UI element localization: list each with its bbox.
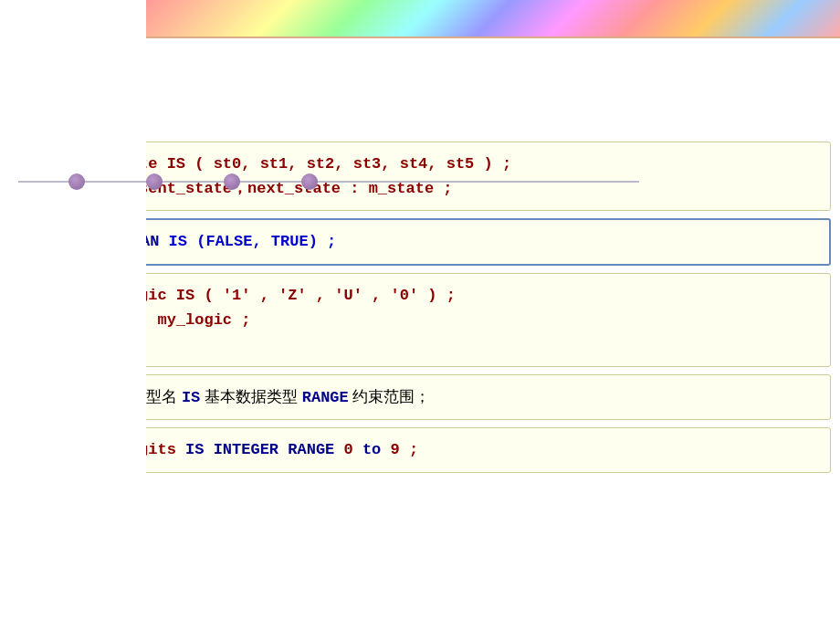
keyword-is-1: IS <box>167 155 185 173</box>
code-text: 9 ; <box>391 441 419 458</box>
keyword-integer-5: INTEGER <box>214 441 289 458</box>
code-block-2: TYPE BOOLEAN IS (FALSE, TRUE) ; <box>32 218 831 265</box>
code-text: ( '1' , 'Z' , 'U' , '0' ) ; <box>194 287 456 304</box>
code-text: 基本数据类型 <box>200 388 301 405</box>
left-sidebar <box>0 0 146 630</box>
code-line-3-3: s1 <= 'Z' ; <box>46 332 817 357</box>
nav-line <box>18 181 639 183</box>
code-block-4: SUBTYPE 子类型名 IS 基本数据类型 RANGE 约束范围； <box>32 374 831 420</box>
top-banner <box>146 0 840 38</box>
keyword-to-5: to <box>362 441 391 458</box>
code-text: IS (FALSE, TRUE) ; <box>159 233 336 250</box>
code-block-5: SUBTYPE digits IS INTEGER RANGE 0 to 9 ; <box>32 427 831 472</box>
code-section: TYPE m_state IS ( st0, st1, st2, st3, st… <box>32 142 831 473</box>
keyword-is-4: IS <box>182 389 200 406</box>
keyword-is-5: IS <box>185 441 214 458</box>
nav-dot-3 <box>224 173 240 190</box>
nav-dot-4 <box>301 173 318 190</box>
code-line-1-1: TYPE m_state IS ( st0, st1, st2, st3, st… <box>46 152 817 176</box>
code-text: 0 <box>344 441 362 458</box>
code-line-3-2: SIGNAL s1 : my_logic ; <box>46 308 817 332</box>
keyword-range-5: RANGE <box>288 441 343 458</box>
code-line-5-1: SUBTYPE digits IS INTEGER RANGE 0 to 9 ; <box>46 437 817 462</box>
keyword-range-4: RANGE <box>302 389 349 406</box>
nav-dot-1 <box>68 173 85 190</box>
code-line-2-1: TYPE BOOLEAN IS (FALSE, TRUE) ; <box>47 229 816 254</box>
nav-dot-2 <box>146 173 163 190</box>
keyword-is-3: IS <box>176 287 194 304</box>
code-text: 约束范围； <box>349 388 431 405</box>
code-text: ( st0, st1, st2, st3, st4, st5 ) ; <box>185 155 511 173</box>
code-block-3: TYPE my_logic IS ( '1' , 'Z' , 'U' , '0'… <box>32 273 831 368</box>
code-line-3-1: TYPE my_logic IS ( '1' , 'Z' , 'U' , '0'… <box>46 283 817 308</box>
code-line-4-1: SUBTYPE 子类型名 IS 基本数据类型 RANGE 约束范围； <box>46 384 817 410</box>
